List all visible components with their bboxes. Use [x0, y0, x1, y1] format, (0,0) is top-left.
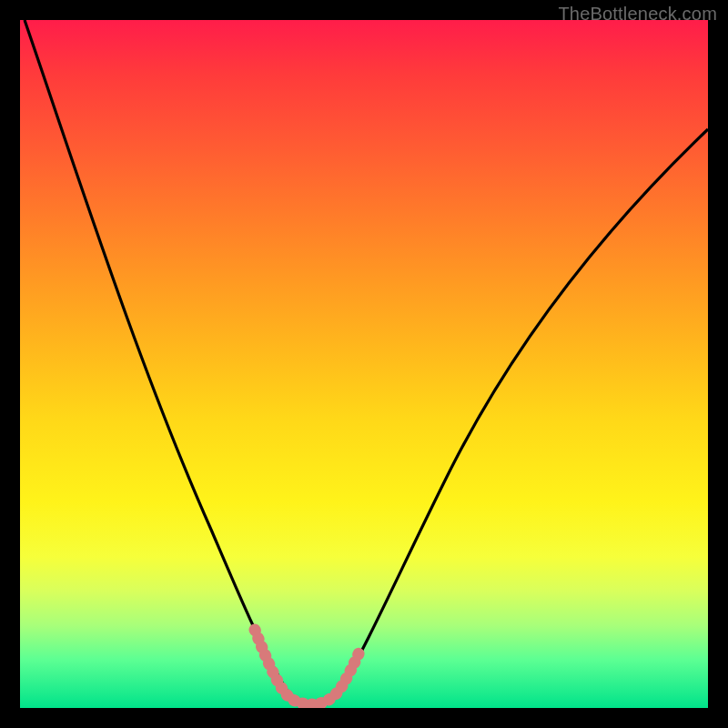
curve-path — [25, 20, 708, 704]
plot-area — [20, 20, 708, 708]
chart-frame: TheBottleneck.com — [0, 0, 728, 728]
bottleneck-curve — [20, 20, 708, 708]
highlight-segment — [255, 630, 360, 704]
watermark-text: TheBottleneck.com — [558, 4, 717, 25]
